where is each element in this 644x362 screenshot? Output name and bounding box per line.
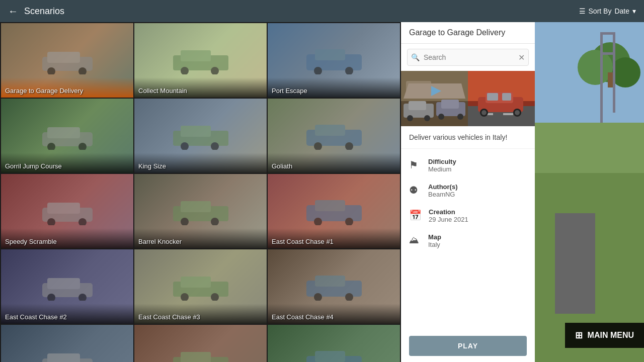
scenario-overlay-garage: Garage to Garage Delivery bbox=[1, 77, 133, 98]
svg-rect-41 bbox=[181, 277, 211, 288]
scenario-overlay-east4: East Coast Chase #4 bbox=[268, 304, 400, 324]
svg-point-71 bbox=[438, 114, 444, 120]
scenario-card-east4[interactable]: East Coast Chase #4 bbox=[268, 249, 400, 324]
scenario-label-east2: East Coast Chase #2 bbox=[5, 313, 67, 321]
svg-rect-97 bbox=[600, 52, 615, 55]
scenario-label-barrel: Barrel Knocker bbox=[138, 238, 182, 245]
scenario-overlay-east2: East Coast Chase #2 bbox=[1, 304, 133, 324]
scenario-card-speedy[interactable]: Speedy Scramble bbox=[1, 174, 133, 248]
play-button[interactable]: PLAY bbox=[409, 336, 527, 356]
app-header: ← Scenarios ☰ Sort By Date ▾ bbox=[0, 0, 644, 22]
svg-rect-80 bbox=[487, 93, 498, 101]
scenario-label-collect: Collect Mountain bbox=[138, 87, 187, 95]
scenario-car-speedy bbox=[37, 195, 98, 227]
scenario-card-east1[interactable]: East Coast Chase #1 bbox=[268, 174, 400, 248]
detail-image-right bbox=[468, 71, 535, 126]
scenario-label-east1: East Coast Chase #1 bbox=[272, 238, 334, 245]
svg-rect-17 bbox=[181, 126, 211, 137]
authors-info: Author(s) BeamNG bbox=[428, 183, 458, 198]
map-info: Map Italy bbox=[428, 233, 441, 248]
scenario-car-garage bbox=[37, 44, 98, 76]
difficulty-row: ⚑ Difficulty Medium bbox=[401, 153, 535, 178]
scenario-label-jump: Gorril Jump Course bbox=[5, 162, 62, 170]
detail-description: Deliver various vehicles in Italy! bbox=[401, 126, 535, 149]
svg-rect-70 bbox=[441, 100, 459, 109]
back-button[interactable]: ← bbox=[8, 6, 18, 17]
svg-rect-33 bbox=[315, 200, 345, 211]
scenario-card-collect[interactable]: Collect Mountain bbox=[134, 23, 267, 98]
svg-rect-25 bbox=[47, 203, 80, 214]
scenario-card-port[interactable]: Port Escape bbox=[268, 23, 400, 98]
svg-rect-92 bbox=[608, 72, 613, 87]
scenario-overlay-east1: East Coast Chase #1 bbox=[268, 228, 400, 248]
scenario-car-east2 bbox=[37, 270, 98, 303]
sort-chevron-icon: ▾ bbox=[632, 7, 636, 15]
scenario-overlay-jump: Gorril Jump Course bbox=[1, 153, 133, 173]
scenario-label-speedy: Speedy Scramble bbox=[5, 238, 57, 245]
scenario-overlay-barrel: Barrel Knocker bbox=[134, 228, 267, 248]
svg-rect-13 bbox=[47, 127, 80, 138]
scenario-label-king: King Size bbox=[138, 162, 166, 170]
scenario-car-extra2 bbox=[171, 346, 231, 362]
page-title: Scenarios bbox=[24, 6, 573, 17]
scenarios-grid: Garage to Garage DeliveryCollect Mountai… bbox=[0, 22, 401, 362]
scenario-label-garage: Garage to Garage Delivery bbox=[5, 87, 83, 95]
map-value: Italy bbox=[428, 241, 441, 248]
creation-label: Creation bbox=[429, 208, 468, 216]
scenario-overlay-goliath: Goliath bbox=[268, 153, 400, 173]
main-menu-button[interactable]: ⊞ MAIN MENU bbox=[565, 323, 644, 348]
scenarios-panel[interactable]: Garage to Garage DeliveryCollect Mountai… bbox=[0, 22, 401, 362]
scenario-card-king[interactable]: King Size bbox=[134, 99, 267, 173]
scenario-car-extra1 bbox=[37, 346, 98, 362]
scenario-card-jump[interactable]: Gorril Jump Course bbox=[1, 99, 133, 173]
garage-image-svg bbox=[401, 71, 468, 126]
difficulty-value: Medium bbox=[428, 165, 456, 173]
sort-by-label: Sort By bbox=[589, 7, 612, 15]
svg-point-85 bbox=[515, 110, 520, 115]
scenario-card-garage[interactable]: Garage to Garage Delivery bbox=[1, 23, 133, 98]
svg-rect-57 bbox=[315, 351, 345, 362]
scenario-car-east3 bbox=[171, 270, 231, 303]
calendar-icon: 📅 bbox=[409, 209, 422, 221]
scenario-overlay-speedy: Speedy Scramble bbox=[1, 228, 133, 248]
scenario-card-barrel[interactable]: Barrel Knocker bbox=[134, 174, 267, 248]
svg-rect-81 bbox=[502, 93, 511, 101]
svg-rect-66 bbox=[409, 101, 426, 110]
svg-rect-95 bbox=[613, 32, 615, 113]
svg-rect-29 bbox=[181, 201, 211, 212]
authors-value: BeamNG bbox=[428, 191, 458, 198]
svg-rect-94 bbox=[600, 32, 603, 123]
scenario-card-extra1[interactable] bbox=[1, 325, 133, 362]
scenario-card-goliath[interactable]: Goliath bbox=[268, 99, 400, 173]
scenario-card-east3[interactable]: East Coast Chase #3 bbox=[134, 249, 267, 324]
search-input[interactable] bbox=[407, 49, 529, 66]
main-menu-icon: ⊞ bbox=[575, 330, 583, 341]
detail-panel: Garage to Garage Delivery 🔍 ✕ bbox=[401, 22, 535, 362]
scenario-label-east3: East Coast Chase #3 bbox=[138, 313, 200, 321]
scenario-overlay-collect: Collect Mountain bbox=[134, 77, 267, 98]
svg-rect-37 bbox=[47, 278, 80, 289]
detail-info: ⚑ Difficulty Medium ⚉ Author(s) BeamNG 📅… bbox=[401, 149, 535, 330]
scenario-overlay-east3: East Coast Chase #3 bbox=[134, 304, 267, 324]
scenario-car-barrel bbox=[171, 195, 231, 227]
close-icon[interactable]: ✕ bbox=[518, 53, 525, 62]
svg-rect-77 bbox=[503, 113, 513, 115]
svg-point-83 bbox=[481, 110, 487, 115]
person-icon: ⚉ bbox=[409, 184, 421, 196]
sort-control[interactable]: ☰ Sort By Date ▾ bbox=[579, 7, 636, 15]
svg-rect-45 bbox=[315, 276, 345, 287]
authors-label: Author(s) bbox=[428, 183, 458, 191]
scenario-overlay-port: Port Escape bbox=[268, 77, 400, 98]
scenario-card-east2[interactable]: East Coast Chase #2 bbox=[1, 249, 133, 324]
scenario-card-soccer[interactable] bbox=[268, 325, 400, 362]
scenario-label-goliath: Goliath bbox=[272, 162, 292, 170]
right-background: ⊞ MAIN MENU bbox=[535, 22, 644, 362]
scenario-label-east4: East Coast Chase #4 bbox=[272, 313, 334, 321]
difficulty-label: Difficulty bbox=[428, 158, 456, 165]
difficulty-info: Difficulty Medium bbox=[428, 158, 456, 173]
svg-point-91 bbox=[578, 50, 613, 85]
scenario-card-extra2[interactable] bbox=[134, 325, 267, 362]
svg-point-67 bbox=[407, 115, 413, 121]
scenario-car-collect bbox=[171, 44, 231, 76]
svg-rect-21 bbox=[315, 125, 345, 136]
